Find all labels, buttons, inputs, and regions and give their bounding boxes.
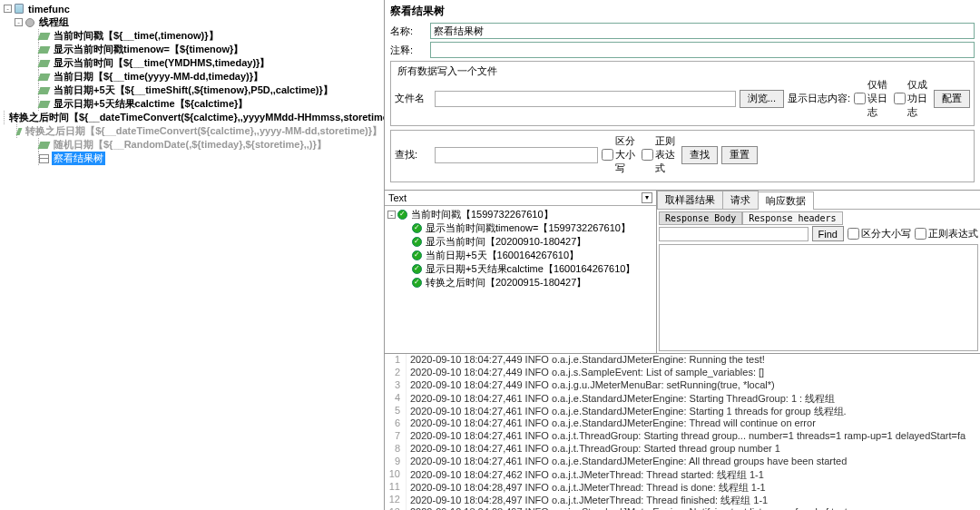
tree-sampler[interactable]: 当前日期【${__time(yyyy-MM-dd,timeday)}】 xyxy=(52,70,265,83)
log-line-text: 2020-09-10 18:04:27,461 INFO o.a.j.t.Thr… xyxy=(407,443,780,456)
test-plan-tree: - timefunc - 线程组 当前时间戳【${__time(,timenow… xyxy=(0,0,385,510)
response-body[interactable] xyxy=(659,244,978,351)
result-row[interactable]: 显示日期+5天结果calctime【1600164267610】 xyxy=(387,262,654,276)
success-icon xyxy=(412,264,422,274)
result-row[interactable]: 当前日期+5天【1600164267610】 xyxy=(387,249,654,262)
sampler-icon xyxy=(38,33,51,40)
log-line-number: 4 xyxy=(385,392,407,405)
log-line-text: 2020-09-10 18:04:27,461 INFO o.a.j.e.Sta… xyxy=(407,456,847,468)
results-split: Text ▾ -当前时间戳【1599732267610】显示当前时间戳timen… xyxy=(385,191,980,354)
tab-request[interactable]: 请求 xyxy=(722,191,759,209)
find-input[interactable] xyxy=(435,147,598,163)
results-col-header[interactable]: Text xyxy=(388,192,407,203)
log-line-text: 2020-09-10 18:04:27,449 INFO o.a.j.s.Sam… xyxy=(407,367,764,379)
case-checkbox[interactable]: 区分大小写 xyxy=(602,134,638,175)
sampler-icon xyxy=(38,142,51,149)
config-panel: 察看结果树 名称: 注释: 所有数据写入一个文件 文件名 浏览... 显示日志内… xyxy=(385,0,980,191)
gear-icon xyxy=(25,18,34,27)
file-group-title: 所有数据写入一个文件 xyxy=(395,64,500,78)
detail-find-input[interactable] xyxy=(659,227,808,241)
find-label: 查找: xyxy=(395,148,431,162)
success-icon xyxy=(412,237,422,247)
tree-sampler[interactable]: 转换之后时间【${__dateTimeConvert(${calctime},,… xyxy=(7,111,385,124)
file-label: 文件名 xyxy=(395,92,431,105)
config-button[interactable]: 配置 xyxy=(934,90,970,108)
tree-sampler[interactable]: 转换之后日期【${__dateTimeConvert(${calctime},,… xyxy=(24,124,384,138)
result-row[interactable]: -当前时间戳【1599732267610】 xyxy=(387,208,654,221)
tree-toggle[interactable]: - xyxy=(4,5,12,13)
subtab-headers[interactable]: Response headers xyxy=(742,211,842,225)
show-log-label: 显示日志内容: xyxy=(788,92,850,105)
log-line-text: 2020-09-10 18:04:27,449 INFO o.a.j.e.Sta… xyxy=(407,354,765,367)
log-line-number: 9 xyxy=(385,456,407,468)
tab-response[interactable]: 响应数据 xyxy=(758,191,814,210)
name-label: 名称: xyxy=(390,25,426,38)
regex-checkbox[interactable]: 正则表达式 xyxy=(642,134,678,175)
log-line-text: 2020-09-10 18:04:27,461 INFO o.a.j.e.Sta… xyxy=(407,405,847,417)
results-type-dropdown[interactable]: ▾ xyxy=(642,192,652,203)
log-line-text: 2020-09-10 18:04:28,497 INFO o.a.j.e.Sta… xyxy=(407,506,848,510)
tree-toggle[interactable]: - xyxy=(15,18,23,26)
tree-root[interactable]: timefunc xyxy=(26,4,72,15)
comment-input[interactable] xyxy=(430,42,975,58)
log-line-text: 2020-09-10 18:04:27,462 INFO o.a.j.t.JMe… xyxy=(407,468,764,481)
sampler-icon xyxy=(38,74,51,81)
log-line-number: 5 xyxy=(385,405,407,417)
success-icon xyxy=(412,250,422,260)
subtab-body[interactable]: Response Body xyxy=(659,211,742,225)
sampler-icon xyxy=(38,101,51,108)
browse-button[interactable]: 浏览... xyxy=(740,90,784,108)
success-icon xyxy=(412,278,422,288)
success-icon xyxy=(412,223,422,233)
log-line-number: 6 xyxy=(385,417,407,430)
flask-icon xyxy=(15,4,24,14)
sampler-icon xyxy=(38,87,51,94)
comment-label: 注释: xyxy=(390,44,426,57)
log-line-number: 1 xyxy=(385,354,407,367)
log-line-number: 12 xyxy=(385,494,407,506)
find-button[interactable]: 查找 xyxy=(681,146,718,164)
ok-only-checkbox[interactable]: 仅成功日志 xyxy=(894,78,930,119)
reset-button[interactable]: 重置 xyxy=(721,146,758,164)
tree-sampler[interactable]: 当前时间戳【${__time(,timenow)}】 xyxy=(52,29,220,43)
log-line-number: 3 xyxy=(385,379,407,392)
results-detail-panel: 取样器结果 请求 响应数据 Response Body Response hea… xyxy=(657,191,980,353)
log-line-number: 10 xyxy=(385,468,407,481)
log-line-number: 13 xyxy=(385,506,407,510)
tree-sampler[interactable]: 当前日期+5天【${__timeShift(,${timenow},P5D,,c… xyxy=(52,83,335,97)
tree-sampler[interactable]: 显示日期+5天结果calctime【${calctime}】 xyxy=(52,97,250,111)
result-row[interactable]: 转换之后时间【20200915-180427】 xyxy=(387,276,654,289)
err-only-checkbox[interactable]: 仅错误日志 xyxy=(854,78,890,119)
success-icon xyxy=(397,210,407,220)
log-line-number: 7 xyxy=(385,430,407,443)
tree-sampler[interactable]: 显示当前时间戳timenow=【${timenow}】 xyxy=(52,43,245,56)
detail-case-checkbox[interactable]: 区分大小写 xyxy=(848,227,911,240)
log-line-text: 2020-09-10 18:04:27,461 INFO o.a.j.t.Thr… xyxy=(407,430,965,443)
result-row[interactable]: 显示当前时间【20200910-180427】 xyxy=(387,235,654,249)
result-toggle[interactable]: - xyxy=(387,211,396,219)
results-tree-icon xyxy=(39,154,49,163)
tree-threadgroup[interactable]: 线程组 xyxy=(37,15,71,29)
detail-regex-checkbox[interactable]: 正则表达式 xyxy=(915,227,978,240)
log-line-text: 2020-09-10 18:04:27,461 INFO o.a.j.e.Sta… xyxy=(407,392,835,405)
log-line-text: 2020-09-10 18:04:28,497 INFO o.a.j.t.JMe… xyxy=(407,481,766,494)
panel-title: 察看结果树 xyxy=(390,4,975,19)
right-pane: 察看结果树 名称: 注释: 所有数据写入一个文件 文件名 浏览... 显示日志内… xyxy=(385,0,980,510)
log-line-number: 11 xyxy=(385,481,407,494)
result-row[interactable]: 显示当前时间戳timenow=【1599732267610】 xyxy=(387,221,654,235)
log-panel[interactable]: 12020-09-10 18:04:27,449 INFO o.a.j.e.St… xyxy=(385,354,980,510)
detail-find-button[interactable]: Find xyxy=(812,226,844,241)
log-line-number: 2 xyxy=(385,367,407,379)
log-line-number: 8 xyxy=(385,443,407,456)
log-line-text: 2020-09-10 18:04:28,497 INFO o.a.j.t.JMe… xyxy=(407,494,768,506)
log-line-text: 2020-09-10 18:04:27,461 INFO o.a.j.e.Sta… xyxy=(407,417,816,430)
results-tree-panel: Text ▾ -当前时间戳【1599732267610】显示当前时间戳timen… xyxy=(385,191,657,353)
tree-view-results[interactable]: 察看结果树 xyxy=(52,152,105,165)
tree-sampler[interactable]: 随机日期【${__RandomDate(,${timeday},${storet… xyxy=(52,138,328,152)
name-input[interactable] xyxy=(430,23,975,39)
tab-sampler[interactable]: 取样器结果 xyxy=(657,191,723,209)
file-input[interactable] xyxy=(435,91,736,107)
log-line-text: 2020-09-10 18:04:27,449 INFO o.a.j.g.u.J… xyxy=(407,379,775,392)
sampler-icon xyxy=(38,60,51,67)
tree-sampler[interactable]: 显示当前时间【${__time(YMDHMS,timeday)}】 xyxy=(52,56,271,70)
